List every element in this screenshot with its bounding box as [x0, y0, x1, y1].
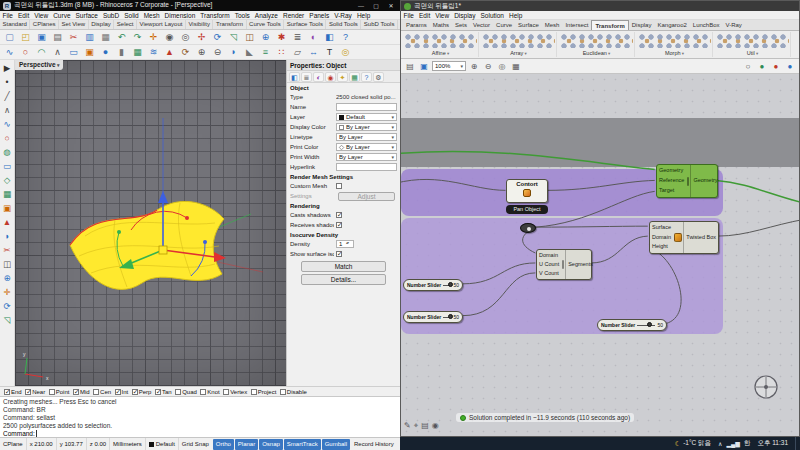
segments-component[interactable]: DomainU CountV Count Segments	[536, 249, 592, 280]
number-slider-3[interactable]: Number Slider 50	[597, 319, 667, 331]
component-tab[interactable]: Display	[629, 20, 655, 30]
command-history[interactable]: Creating meshes... Press Esc to cancelCo…	[0, 396, 400, 437]
pan-icon[interactable]: ✛	[146, 31, 161, 44]
toolbar-tab[interactable]: Standard	[0, 20, 30, 29]
preview-off-icon[interactable]: ●	[770, 61, 782, 72]
rendering-tab-icon[interactable]: ◐	[313, 72, 324, 82]
contort-component[interactable]: Contort	[506, 179, 548, 203]
redo-icon[interactable]: ↷	[130, 31, 145, 44]
explode-icon[interactable]: ✱	[274, 31, 289, 44]
array-icon[interactable]: ∷	[274, 46, 289, 59]
component-tab[interactable]: Surface	[515, 20, 542, 30]
dimension-icon[interactable]: ↔	[306, 46, 321, 59]
paste-icon[interactable]: ▦	[98, 31, 113, 44]
sphere-icon[interactable]: ●	[98, 46, 113, 59]
palette-group-label[interactable]: Morph	[637, 49, 712, 57]
osnap-toggle[interactable]: Int	[115, 389, 129, 395]
save-icon[interactable]: ▣	[34, 31, 49, 44]
curve-icon[interactable]: ∿	[2, 46, 17, 59]
palette-group[interactable]: Array	[481, 32, 557, 57]
status-pane-toggle[interactable]: SmartTrack	[284, 439, 321, 450]
menu-item[interactable]: Dimension	[162, 12, 198, 19]
casts-shadows-checkbox[interactable]	[336, 212, 342, 218]
receives-shadows-checkbox[interactable]	[336, 222, 342, 228]
menu-item[interactable]: Tools	[232, 12, 252, 19]
print-color-dropdown[interactable]: By Layer	[336, 143, 397, 151]
toolbar-tab[interactable]: Visibility	[186, 20, 214, 29]
ellipse-icon[interactable]: ◍	[1, 146, 14, 159]
layer-dropdown[interactable]: Default	[336, 113, 397, 121]
weather-widget[interactable]: ☾ -1°C 맑음	[672, 439, 714, 448]
line-icon[interactable]: ╱	[1, 90, 14, 103]
name-input[interactable]	[336, 103, 397, 111]
scale-icon[interactable]: ◹	[1, 314, 14, 327]
menu-item[interactable]: SubD	[100, 12, 121, 19]
density-stepper[interactable]: 1	[336, 240, 354, 248]
boolean-difference-icon[interactable]: ⊖	[210, 46, 225, 59]
component-tab[interactable]: Curve	[493, 20, 515, 30]
toolbar-tab[interactable]: Display	[89, 20, 115, 29]
command-prompt[interactable]: Command:	[3, 430, 397, 437]
toolbar-tab[interactable]: Select	[114, 20, 137, 29]
status-pane-toggle[interactable]: Ortho	[213, 439, 234, 450]
osnap-toggle[interactable]: Knot	[200, 389, 219, 395]
move-icon[interactable]: ✢	[194, 31, 209, 44]
osnap-toggle[interactable]: Tan	[155, 389, 172, 395]
layers-icon[interactable]: ≣	[290, 31, 305, 44]
component-tab[interactable]: Transform	[591, 20, 628, 30]
group-icon[interactable]: ▱	[290, 46, 305, 59]
ime-indicator[interactable]: 한	[744, 439, 751, 448]
status-pane-toggle[interactable]: Gumball	[322, 439, 350, 450]
osnap-toggle[interactable]: Point	[49, 389, 70, 395]
show-isocurves-checkbox[interactable]	[336, 251, 342, 257]
scale-icon[interactable]: ◹	[226, 31, 241, 44]
box-icon[interactable]: ▣	[82, 46, 97, 59]
join-icon[interactable]: ⊕	[258, 31, 273, 44]
toolbar-tab[interactable]: Viewport Layout	[137, 20, 186, 29]
surface-icon[interactable]: ▦	[1, 188, 14, 201]
polygon-icon[interactable]: ◇	[1, 174, 14, 187]
display-tab-icon[interactable]: ▦	[349, 72, 360, 82]
component-tab[interactable]: Params	[403, 20, 430, 30]
palette-group[interactable]: Util	[715, 32, 791, 57]
chamfer-icon[interactable]: ◣	[242, 46, 257, 59]
select-icon[interactable]: ▶	[1, 62, 14, 75]
menu-item[interactable]: Panels	[307, 12, 332, 19]
menu-item[interactable]: V-Ray	[332, 12, 355, 19]
render-icon[interactable]: ◧	[322, 31, 337, 44]
osnap-toggle[interactable]: Perp	[132, 389, 152, 395]
palette-group-icons[interactable]	[716, 33, 789, 48]
widget-grid-icon[interactable]: ▤	[421, 421, 429, 431]
move-icon[interactable]: ✛	[1, 286, 14, 299]
osnap-toggle[interactable]: Mid	[73, 389, 90, 395]
toolbar-tab[interactable]: SubD Tools	[361, 20, 398, 29]
osnap-toggle[interactable]: Project	[251, 389, 277, 395]
osnap-checkbox[interactable]	[93, 389, 99, 395]
linetype-dropdown[interactable]: By Layer	[336, 133, 397, 141]
slider-knob[interactable]	[448, 314, 453, 319]
menu-item[interactable]: Solid	[122, 12, 141, 19]
gear-icon[interactable]: ⚙	[373, 72, 384, 82]
osnap-checkbox[interactable]	[25, 389, 31, 395]
zoom-in-icon[interactable]: ⊕	[468, 61, 480, 72]
status-pane-toggle[interactable]: Osnap	[259, 439, 283, 450]
menu-item[interactable]: File	[401, 12, 416, 19]
slider-knob[interactable]	[647, 322, 652, 327]
morph-component[interactable]: GeometryReferenceTarget Geometry	[656, 164, 718, 198]
material-icon[interactable]: ◐	[306, 31, 321, 44]
palette-group-label[interactable]: Array	[481, 49, 556, 57]
help-tab-icon[interactable]: ?	[361, 72, 372, 82]
slider-track[interactable]	[443, 285, 451, 286]
component-tab[interactable]: Kangaroo2	[654, 20, 689, 30]
print-icon[interactable]: ▤	[50, 31, 65, 44]
palette-group[interactable]: Morph	[637, 32, 713, 57]
save-icon[interactable]: ▣	[418, 61, 430, 72]
osnap-checkbox[interactable]	[251, 389, 257, 395]
preview-shaded-icon[interactable]: ●	[756, 61, 768, 72]
print-width-dropdown[interactable]: By Layer	[336, 153, 397, 161]
osnap-checkbox[interactable]	[175, 389, 181, 395]
number-slider-2[interactable]: Number Slider 50	[403, 311, 463, 323]
extrude-icon[interactable]: ▲	[162, 46, 177, 59]
menu-item[interactable]: Surface	[73, 12, 100, 19]
status-pane-toggle[interactable]: Record History	[351, 439, 397, 450]
